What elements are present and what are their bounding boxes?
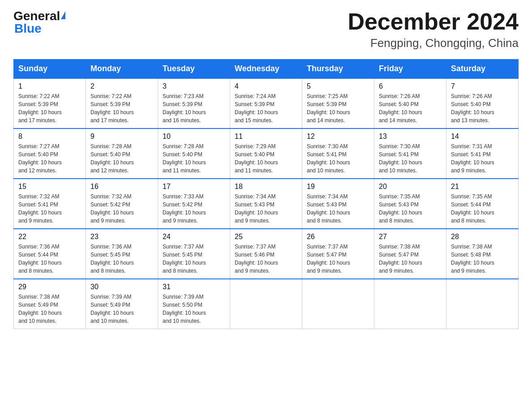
- day-number: 1: [18, 82, 81, 90]
- calendar-cell: 21 Sunrise: 7:35 AMSunset: 5:44 PMDaylig…: [446, 179, 519, 229]
- location-title: Fengping, Chongqing, China: [348, 36, 519, 50]
- day-number: 14: [451, 133, 514, 141]
- calendar-cell: 31 Sunrise: 7:39 AMSunset: 5:50 PMDaylig…: [158, 279, 230, 329]
- calendar-cell: 11 Sunrise: 7:29 AMSunset: 5:40 PMDaylig…: [230, 128, 302, 179]
- day-info: Sunrise: 7:39 AMSunset: 5:50 PMDaylight:…: [163, 294, 206, 324]
- day-number: 12: [307, 133, 369, 141]
- day-info: Sunrise: 7:25 AMSunset: 5:39 PMDaylight:…: [307, 93, 350, 124]
- calendar-cell: 20 Sunrise: 7:35 AMSunset: 5:43 PMDaylig…: [374, 179, 446, 229]
- day-header-tuesday: Tuesday: [158, 60, 230, 79]
- calendar-cell: [302, 279, 374, 329]
- day-info: Sunrise: 7:22 AMSunset: 5:39 PMDaylight:…: [18, 93, 62, 124]
- day-info: Sunrise: 7:33 AMSunset: 5:42 PMDaylight:…: [163, 193, 206, 224]
- calendar-cell: 22 Sunrise: 7:36 AMSunset: 5:44 PMDaylig…: [14, 229, 86, 279]
- calendar-cell: 12 Sunrise: 7:30 AMSunset: 5:41 PMDaylig…: [302, 128, 374, 179]
- calendar-cell: 24 Sunrise: 7:37 AMSunset: 5:45 PMDaylig…: [158, 229, 230, 279]
- day-number: 19: [307, 183, 369, 191]
- day-info: Sunrise: 7:35 AMSunset: 5:44 PMDaylight:…: [451, 193, 494, 224]
- day-info: Sunrise: 7:30 AMSunset: 5:41 PMDaylight:…: [307, 143, 350, 174]
- day-number: 28: [451, 233, 514, 241]
- calendar-cell: 10 Sunrise: 7:28 AMSunset: 5:40 PMDaylig…: [158, 128, 230, 179]
- calendar-cell: [374, 279, 446, 329]
- day-info: Sunrise: 7:36 AMSunset: 5:45 PMDaylight:…: [90, 244, 134, 274]
- calendar-cell: 30 Sunrise: 7:39 AMSunset: 5:49 PMDaylig…: [86, 279, 158, 329]
- logo-blue-text: Blue: [14, 21, 42, 36]
- day-info: Sunrise: 7:22 AMSunset: 5:39 PMDaylight:…: [90, 93, 134, 124]
- calendar-cell: 9 Sunrise: 7:28 AMSunset: 5:40 PMDayligh…: [86, 128, 158, 179]
- day-number: 18: [235, 183, 297, 191]
- day-number: 26: [307, 233, 369, 241]
- calendar-cell: 5 Sunrise: 7:25 AMSunset: 5:39 PMDayligh…: [302, 78, 374, 128]
- calendar-table: SundayMondayTuesdayWednesdayThursdayFrid…: [13, 59, 519, 329]
- calendar-cell: 1 Sunrise: 7:22 AMSunset: 5:39 PMDayligh…: [14, 78, 86, 128]
- calendar-cell: 14 Sunrise: 7:31 AMSunset: 5:41 PMDaylig…: [446, 128, 519, 179]
- day-info: Sunrise: 7:23 AMSunset: 5:39 PMDaylight:…: [163, 93, 206, 124]
- day-header-wednesday: Wednesday: [230, 60, 302, 79]
- week-row-4: 22 Sunrise: 7:36 AMSunset: 5:44 PMDaylig…: [14, 229, 519, 279]
- day-info: Sunrise: 7:32 AMSunset: 5:41 PMDaylight:…: [18, 193, 62, 224]
- day-number: 4: [235, 82, 297, 90]
- calendar-cell: [446, 279, 519, 329]
- day-info: Sunrise: 7:37 AMSunset: 5:46 PMDaylight:…: [235, 244, 278, 274]
- day-number: 25: [235, 233, 297, 241]
- day-info: Sunrise: 7:38 AMSunset: 5:49 PMDaylight:…: [18, 294, 62, 324]
- calendar-cell: 2 Sunrise: 7:22 AMSunset: 5:39 PMDayligh…: [86, 78, 158, 128]
- day-header-monday: Monday: [86, 60, 158, 79]
- page-header: General Blue December 2024 Fengping, Cho…: [13, 9, 519, 50]
- day-info: Sunrise: 7:24 AMSunset: 5:39 PMDaylight:…: [235, 93, 278, 124]
- day-info: Sunrise: 7:39 AMSunset: 5:49 PMDaylight:…: [90, 294, 134, 324]
- day-number: 7: [451, 82, 514, 90]
- day-info: Sunrise: 7:26 AMSunset: 5:40 PMDaylight:…: [451, 93, 494, 124]
- day-info: Sunrise: 7:26 AMSunset: 5:40 PMDaylight:…: [379, 93, 422, 124]
- day-info: Sunrise: 7:37 AMSunset: 5:45 PMDaylight:…: [163, 244, 206, 274]
- day-number: 9: [90, 133, 153, 141]
- day-info: Sunrise: 7:29 AMSunset: 5:40 PMDaylight:…: [235, 143, 278, 174]
- day-header-saturday: Saturday: [446, 60, 519, 79]
- day-info: Sunrise: 7:35 AMSunset: 5:43 PMDaylight:…: [379, 193, 422, 224]
- logo-triangle-icon: [60, 11, 65, 20]
- calendar-cell: 18 Sunrise: 7:34 AMSunset: 5:43 PMDaylig…: [230, 179, 302, 229]
- day-info: Sunrise: 7:36 AMSunset: 5:44 PMDaylight:…: [18, 244, 62, 274]
- day-number: 2: [90, 82, 153, 90]
- calendar-cell: 26 Sunrise: 7:37 AMSunset: 5:47 PMDaylig…: [302, 229, 374, 279]
- calendar-cell: 19 Sunrise: 7:34 AMSunset: 5:43 PMDaylig…: [302, 179, 374, 229]
- week-row-2: 8 Sunrise: 7:27 AMSunset: 5:40 PMDayligh…: [14, 128, 519, 179]
- day-header-friday: Friday: [374, 60, 446, 79]
- day-info: Sunrise: 7:37 AMSunset: 5:47 PMDaylight:…: [307, 244, 350, 274]
- calendar-cell: 7 Sunrise: 7:26 AMSunset: 5:40 PMDayligh…: [446, 78, 519, 128]
- day-number: 6: [379, 82, 442, 90]
- calendar-cell: 15 Sunrise: 7:32 AMSunset: 5:41 PMDaylig…: [14, 179, 86, 229]
- day-number: 8: [18, 133, 81, 141]
- day-number: 16: [90, 183, 153, 191]
- day-number: 23: [90, 233, 153, 241]
- week-row-3: 15 Sunrise: 7:32 AMSunset: 5:41 PMDaylig…: [14, 179, 519, 229]
- calendar-cell: 16 Sunrise: 7:32 AMSunset: 5:42 PMDaylig…: [86, 179, 158, 229]
- day-info: Sunrise: 7:28 AMSunset: 5:40 PMDaylight:…: [90, 143, 134, 174]
- calendar-cell: 25 Sunrise: 7:37 AMSunset: 5:46 PMDaylig…: [230, 229, 302, 279]
- day-number: 21: [451, 183, 514, 191]
- day-header-sunday: Sunday: [14, 60, 86, 79]
- day-number: 5: [307, 82, 369, 90]
- calendar-cell: 4 Sunrise: 7:24 AMSunset: 5:39 PMDayligh…: [230, 78, 302, 128]
- day-number: 30: [90, 283, 153, 291]
- calendar-cell: 28 Sunrise: 7:38 AMSunset: 5:48 PMDaylig…: [446, 229, 519, 279]
- day-number: 31: [163, 283, 225, 291]
- calendar-cell: 17 Sunrise: 7:33 AMSunset: 5:42 PMDaylig…: [158, 179, 230, 229]
- day-info: Sunrise: 7:38 AMSunset: 5:48 PMDaylight:…: [451, 244, 494, 274]
- day-number: 27: [379, 233, 442, 241]
- day-number: 13: [379, 133, 442, 141]
- day-number: 3: [163, 82, 225, 90]
- day-number: 24: [163, 233, 225, 241]
- day-header-row: SundayMondayTuesdayWednesdayThursdayFrid…: [14, 60, 519, 79]
- month-title: December 2024: [348, 9, 519, 34]
- logo: General Blue: [13, 9, 65, 36]
- day-number: 20: [379, 183, 442, 191]
- day-number: 11: [235, 133, 297, 141]
- day-number: 10: [163, 133, 225, 141]
- day-info: Sunrise: 7:27 AMSunset: 5:40 PMDaylight:…: [18, 143, 62, 174]
- day-info: Sunrise: 7:34 AMSunset: 5:43 PMDaylight:…: [235, 193, 278, 224]
- day-number: 29: [18, 283, 81, 291]
- day-info: Sunrise: 7:31 AMSunset: 5:41 PMDaylight:…: [451, 143, 494, 174]
- day-number: 17: [163, 183, 225, 191]
- calendar-cell: 3 Sunrise: 7:23 AMSunset: 5:39 PMDayligh…: [158, 78, 230, 128]
